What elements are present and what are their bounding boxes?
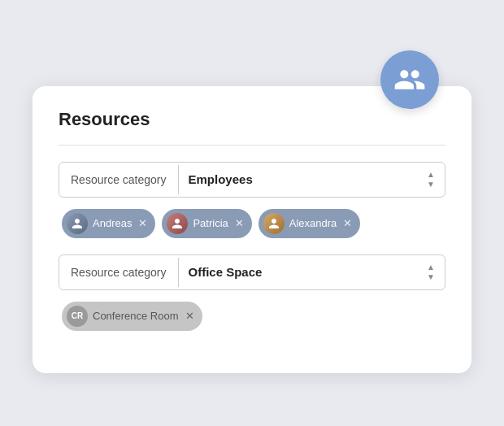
person-icon-patricia [170,216,185,231]
card-wrapper: Resources Resource category Employees ▲ … [33,86,471,373]
resources-card: Resources Resource category Employees ▲ … [33,86,471,373]
employees-select-arrows: ▲ ▼ [427,171,435,189]
divider [59,145,445,146]
avatar-alexandra [263,213,285,234]
employees-category-label: Resource category [59,165,179,194]
avatar-andreas [67,213,88,234]
tag-conference-room: CR Conference Room ✕ [62,302,202,331]
tag-patricia: Patricia ✕ [162,209,251,238]
tag-name-alexandra: Alexandra [289,217,337,229]
office-tags: CR Conference Room ✕ [59,302,445,331]
up-arrow-2: ▲ [427,263,435,272]
tag-name-conference: Conference Room [93,310,179,322]
down-arrow-2: ▼ [427,273,435,281]
office-select-row[interactable]: Resource category Office Space ▲ ▼ [59,254,445,290]
resource-block-office: Resource category Office Space ▲ ▼ CR Co… [59,254,445,331]
remove-andreas-button[interactable]: ✕ [138,217,147,229]
tag-name-andreas: Andreas [93,217,132,229]
employees-select-row[interactable]: Resource category Employees ▲ ▼ [59,162,445,198]
office-selected-value: Office Space [189,265,263,279]
tag-name-patricia: Patricia [193,217,228,229]
tag-andreas: Andreas ✕ [62,209,155,238]
office-select-arrows: ▲ ▼ [427,263,435,281]
employees-select-wrapper[interactable]: Employees ▲ ▼ [179,163,445,197]
group-icon-svg [393,63,426,96]
person-icon-andreas [70,216,85,231]
tag-alexandra: Alexandra ✕ [259,209,361,238]
resource-block-employees: Resource category Employees ▲ ▼ [59,162,445,238]
employees-tags: Andreas ✕ Patricia ✕ [59,209,445,238]
down-arrow: ▼ [427,180,435,189]
office-category-label: Resource category [59,258,179,287]
office-select-wrapper[interactable]: Office Space ▲ ▼ [179,255,445,289]
employees-selected-value: Employees [189,172,253,186]
floating-group-icon [380,50,439,109]
page-title: Resources [59,109,445,130]
remove-conference-button[interactable]: ✕ [185,310,194,322]
up-arrow: ▲ [427,171,435,179]
remove-alexandra-button[interactable]: ✕ [343,217,352,229]
remove-patricia-button[interactable]: ✕ [235,217,244,229]
avatar-conference: CR [67,306,88,327]
avatar-patricia [167,213,188,234]
person-icon-alexandra [267,216,281,231]
